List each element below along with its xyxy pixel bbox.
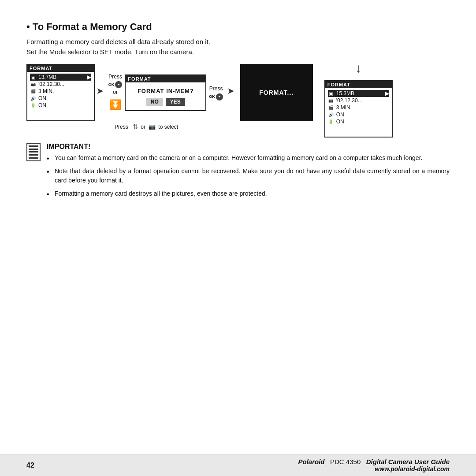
- bullet-item-3: Formatting a memory card destroys all th…: [47, 189, 450, 199]
- footer-right: Polaroid PDC 4350 Digital Camera User Gu…: [298, 458, 450, 472]
- screen4-body: ▣ 15.3MB ▶ 📷 '02.12.30... 🎬 3 MIN. 🔊: [325, 88, 392, 127]
- press2-label: Press: [209, 85, 223, 93]
- important-section: IMPORTANT! You can format a memory card …: [26, 143, 450, 202]
- footer-bar: 42 Polaroid PDC 4350 Digital Camera User…: [0, 454, 476, 476]
- screen1: FORMAT ▣ 13.7MB ▶ 📷 '02.12.30... 🎬: [26, 64, 95, 121]
- footer-brand: Polaroid: [298, 458, 325, 465]
- select-label: Press ⇅ or 📷 to select: [115, 123, 178, 130]
- icon-line3: [29, 151, 38, 152]
- press1-dial: ⏬: [109, 97, 121, 112]
- press1-or: or: [113, 88, 118, 97]
- screen1-row5: 🔋 ON: [30, 102, 91, 109]
- screen1-row1: ▣ 13.7MB ▶: [30, 74, 91, 81]
- screen1-icon1: ▣: [30, 74, 36, 80]
- important-content: IMPORTANT! You can format a memory card …: [47, 143, 450, 202]
- no-btn: NO: [146, 98, 163, 106]
- press1-ok-text: OK: [108, 82, 115, 88]
- screen1-row3: 🎬 3 MIN.: [30, 88, 91, 95]
- press1-ok: OK ●: [108, 81, 123, 88]
- screen4-val2: '02.12.30...: [336, 97, 362, 104]
- footer-guide: Digital Camera User Guide: [366, 458, 450, 465]
- important-title: IMPORTANT!: [47, 143, 450, 151]
- bullet-item-1: You can format a memory card on the came…: [47, 153, 450, 163]
- screen2: FORMAT FORMAT IN-MEM? NO YES: [125, 74, 206, 111]
- screen1-icon2: 📷: [30, 81, 36, 87]
- icon-line1: [29, 145, 38, 147]
- footer-url: www.polaroid-digital.com: [298, 465, 450, 472]
- down-arrow: ↓: [355, 62, 362, 76]
- screen4-val4: ON: [336, 112, 344, 118]
- press2-ok: OK ●: [209, 93, 223, 100]
- no-yes-row: NO YES: [130, 98, 201, 106]
- screen4: FORMAT ▣ 15.3MB ▶ 📷 '02.12.30... 🎬 3 MIN…: [324, 80, 393, 138]
- icon-line5: [29, 157, 38, 159]
- screen1-icon5: 🔋: [30, 102, 36, 108]
- press2-ok-text: OK: [209, 93, 215, 100]
- screen1-val1: 13.7MB: [38, 74, 56, 80]
- left-diagrams: FORMAT ▣ 13.7MB ▶ 📷 '02.12.30... 🎬: [26, 64, 316, 130]
- screen1-icon4: 🔊: [30, 95, 36, 101]
- important-icon: [26, 143, 41, 161]
- screen4-arrow1: ▶: [385, 90, 389, 97]
- screen4-row5: 🔋 ON: [328, 118, 389, 125]
- screen4-row2: 📷 '02.12.30...: [328, 97, 389, 104]
- diagrams-section: FORMAT ▣ 13.7MB ▶ 📷 '02.12.30... 🎬: [26, 64, 450, 138]
- screen1-header: FORMAT: [27, 65, 94, 72]
- footer-model: PDC 4350: [330, 458, 361, 465]
- screen4-icon5: 🔋: [328, 119, 334, 125]
- screen1-val2: '02.12.30...: [38, 81, 64, 87]
- top-row-diagrams: FORMAT ▣ 13.7MB ▶ 📷 '02.12.30... 🎬: [26, 64, 316, 121]
- page-title: To Format a Memory Card: [26, 21, 450, 33]
- screen1-row2: 📷 '02.12.30...: [30, 81, 91, 88]
- icon-line2: [29, 149, 38, 150]
- screen4-header: FORMAT: [325, 81, 392, 88]
- screen3-text: FORMAT...: [259, 89, 294, 96]
- screen4-row3: 🎬 3 MIN.: [328, 104, 389, 111]
- screen1-row4: 🔊 ON: [30, 95, 91, 102]
- screen4-val3: 3 MIN.: [336, 104, 352, 111]
- intro-line1: Formatting a memory card deletes all dat…: [26, 38, 210, 45]
- icon-line4: [29, 154, 38, 156]
- screen1-val3: 3 MIN.: [38, 88, 54, 94]
- screen4-val5: ON: [336, 119, 344, 125]
- right-col: ↓ FORMAT ▣ 15.3MB ▶ 📷 '02.12.30... 🎬: [324, 60, 393, 138]
- screen2-body: FORMAT IN-MEM? NO YES: [126, 82, 205, 110]
- screen1-arrow1: ▶: [87, 74, 91, 80]
- screen4-icon3: 🎬: [328, 104, 334, 111]
- intro-text: Formatting a memory card deletes all dat…: [26, 37, 450, 57]
- screen4-row1: ▣ 15.3MB ▶: [328, 90, 389, 97]
- screen2-header: FORMAT: [126, 75, 205, 82]
- screen1-val4: ON: [38, 95, 46, 101]
- press2-section: Press OK ●: [209, 85, 223, 100]
- arrow2-section: ➤: [227, 86, 235, 99]
- screen2-text: FORMAT IN-MEM?: [130, 88, 201, 94]
- press2-ok-circle: ●: [216, 93, 223, 100]
- screen4-icon2: 📷: [328, 97, 334, 104]
- yes-btn: YES: [166, 98, 185, 106]
- arrow1-section: ➤: [97, 86, 104, 99]
- arrow2-right: ➤: [227, 86, 235, 99]
- screen4-row4: 🔊 ON: [328, 111, 389, 118]
- press1-label: Press: [108, 73, 122, 81]
- screen1-icon3: 🎬: [30, 88, 36, 94]
- bullet-list: You can format a memory card on the came…: [47, 153, 450, 199]
- bullet-item-2: Note that data deleted by a format opera…: [47, 167, 450, 186]
- dial-icon1: ⇅: [133, 123, 138, 130]
- footer-title: Polaroid PDC 4350 Digital Camera User Gu…: [298, 458, 450, 465]
- arrow1-right: ➤: [97, 86, 104, 99]
- screen1-val5: ON: [38, 102, 46, 108]
- page: To Format a Memory Card Formatting a mem…: [0, 0, 476, 476]
- screen4-icon1: ▣: [328, 90, 334, 97]
- press1-section: Press OK ● or ⏬: [108, 73, 123, 112]
- screen3: FORMAT...: [240, 64, 313, 121]
- intro-line2: Set the Mode selector to SET mode. Turn …: [26, 48, 194, 56]
- footer-page-number: 42: [26, 461, 34, 469]
- camera-icon: 📷: [149, 123, 156, 130]
- press1-ok-circle: ●: [115, 81, 122, 88]
- screen4-icon4: 🔊: [328, 112, 334, 118]
- screen1-body: ▣ 13.7MB ▶ 📷 '02.12.30... 🎬 3 MIN.: [27, 72, 94, 111]
- screen4-val1: 15.3MB: [336, 90, 354, 97]
